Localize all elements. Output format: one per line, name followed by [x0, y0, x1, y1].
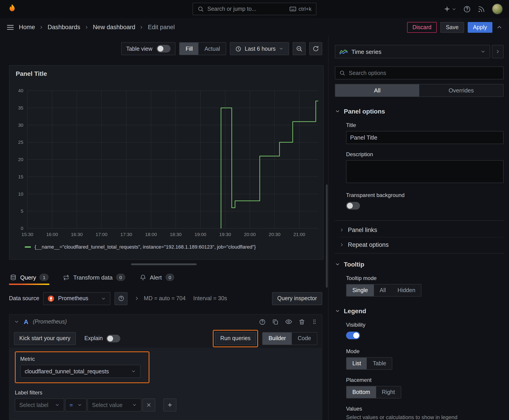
run-queries-button[interactable]: Run queries: [215, 332, 256, 345]
svg-text:10: 10: [18, 191, 23, 196]
chevron-up-icon[interactable]: [496, 24, 503, 30]
transparent-background-switch[interactable]: [346, 202, 360, 210]
panel-options-header[interactable]: Panel options: [335, 108, 504, 115]
legend-values-label: Values: [346, 406, 504, 412]
tab-query[interactable]: Query 1: [9, 270, 50, 285]
fill-option[interactable]: Fill: [180, 43, 199, 55]
tab-all[interactable]: All: [335, 84, 419, 97]
duplicate-icon[interactable]: [272, 318, 279, 325]
menu-icon[interactable]: [6, 23, 14, 31]
zoom-out-button[interactable]: [293, 42, 306, 55]
svg-text:17:30: 17:30: [120, 232, 132, 237]
visualization-panel[interactable]: Panel Title 15:3016:0016:3017:0017:3018:…: [9, 65, 324, 260]
options-search[interactable]: [335, 66, 504, 79]
tooltip-header[interactable]: Tooltip: [335, 261, 504, 268]
description-textarea[interactable]: [346, 160, 504, 183]
chevron-right-icon: [39, 25, 44, 29]
table-view-label: Table view: [126, 45, 152, 52]
refresh-button[interactable]: [309, 42, 322, 55]
breadcrumb-home[interactable]: Home: [19, 24, 35, 30]
legend-visibility-switch[interactable]: [346, 332, 360, 339]
apply-button[interactable]: Apply: [467, 22, 492, 32]
query-ref-id: A: [24, 318, 28, 325]
operator-dropdown[interactable]: =: [65, 398, 87, 412]
help-icon[interactable]: [463, 5, 471, 13]
repeat-options-section[interactable]: Repeat options: [339, 237, 504, 252]
chevron-right-icon: [139, 25, 144, 29]
title-label: Title: [346, 122, 504, 128]
news-icon[interactable]: [478, 5, 485, 13]
datasource-label: Data source: [9, 295, 39, 301]
remove-filter-button[interactable]: [142, 398, 155, 412]
left-pane-scrollbar[interactable]: [326, 184, 328, 288]
table-view-switch[interactable]: [157, 45, 171, 52]
placement-bottom-option[interactable]: Bottom: [347, 386, 376, 398]
editor-tabs: Query 1 Transform data 0 Alert 0: [9, 270, 175, 285]
time-range-picker[interactable]: Last 6 hours: [230, 42, 289, 55]
save-button[interactable]: Save: [440, 22, 464, 32]
select-value-dropdown[interactable]: Select value: [88, 398, 141, 412]
placement-right-option[interactable]: Right: [376, 386, 401, 398]
query-row-header[interactable]: A (Prometheus): [9, 315, 322, 329]
svg-text:30: 30: [18, 122, 23, 128]
discard-button[interactable]: Discard: [407, 22, 437, 32]
options-tabs: All Overrides: [335, 84, 504, 97]
eye-icon[interactable]: [285, 318, 292, 325]
user-avatar[interactable]: [492, 4, 503, 14]
tab-transform-data[interactable]: Transform data 0: [62, 270, 126, 285]
chevron-down-icon: [77, 403, 82, 407]
chevron-down-icon: [279, 46, 284, 51]
trash-icon[interactable]: [298, 318, 305, 325]
datasource-select[interactable]: Prometheus: [43, 292, 111, 305]
add-filter-button[interactable]: [163, 398, 176, 412]
legend-header[interactable]: Legend: [335, 307, 504, 315]
breadcrumb-dashboards[interactable]: Dashboards: [48, 24, 80, 30]
chevron-right-icon: [84, 25, 89, 29]
metric-select[interactable]: cloudflared_tunnel_total_requests: [20, 365, 140, 378]
viz-suggestions-button[interactable]: [492, 45, 504, 58]
tab-overrides[interactable]: Overrides: [419, 84, 503, 97]
new-menu-button[interactable]: [443, 5, 456, 13]
chevron-down-icon: [480, 49, 486, 54]
global-search[interactable]: ctrl+k: [193, 3, 316, 15]
explain-switch[interactable]: [106, 335, 120, 342]
legend-mode-table-option[interactable]: Table: [367, 358, 392, 369]
chevron-down-icon: [335, 308, 340, 314]
tooltip-hidden-option[interactable]: Hidden: [392, 285, 421, 296]
drag-handle-icon[interactable]: [311, 318, 317, 325]
divider: [335, 220, 504, 221]
close-icon: [146, 402, 152, 408]
kick-start-button[interactable]: Kick start your query: [14, 332, 76, 345]
panel-links-section[interactable]: Panel links: [339, 223, 504, 237]
table-view-toggle[interactable]: Table view: [121, 42, 176, 55]
datasource-help-button[interactable]: [115, 292, 128, 305]
run-queries-highlight: Run queries: [213, 330, 258, 347]
code-option[interactable]: Code: [292, 332, 317, 344]
svg-text:18:30: 18:30: [170, 232, 182, 237]
tab-alert[interactable]: Alert 0: [139, 270, 175, 285]
builder-option[interactable]: Builder: [263, 332, 292, 344]
panel-resize-handle[interactable]: [131, 263, 197, 265]
help-icon[interactable]: [259, 318, 266, 325]
chevron-down-icon: [55, 403, 60, 407]
fill-actual-group: Fill Actual: [179, 42, 226, 55]
chevron-down-icon: [335, 109, 340, 114]
panel-title-input[interactable]: [346, 131, 504, 144]
actual-option[interactable]: Actual: [199, 43, 226, 55]
svg-text:16:00: 16:00: [46, 232, 58, 237]
select-label-dropdown[interactable]: Select label: [15, 398, 64, 412]
legend-mode-list-option[interactable]: List: [347, 358, 367, 369]
chart-legend[interactable]: {__name__="cloudflared_tunnel_total_requ…: [25, 244, 256, 249]
breadcrumb-new-dashboard[interactable]: New dashboard: [93, 24, 135, 30]
options-search-input[interactable]: [349, 70, 499, 76]
tooltip-single-option[interactable]: Single: [347, 285, 374, 296]
grafana-logo-icon[interactable]: [6, 3, 18, 15]
global-search-input[interactable]: [207, 6, 286, 12]
tooltip-all-option[interactable]: All: [374, 285, 392, 296]
query-inspector-button[interactable]: Query inspector: [272, 292, 322, 305]
query-options-chevron-icon[interactable]: [134, 296, 140, 301]
chevron-down-icon[interactable]: [14, 319, 19, 324]
viz-type-select[interactable]: Time series: [335, 45, 490, 58]
time-series-chart: 15:3016:0016:3017:0017:3018:0018:3019:00…: [9, 66, 324, 260]
svg-text:19:00: 19:00: [195, 232, 206, 237]
